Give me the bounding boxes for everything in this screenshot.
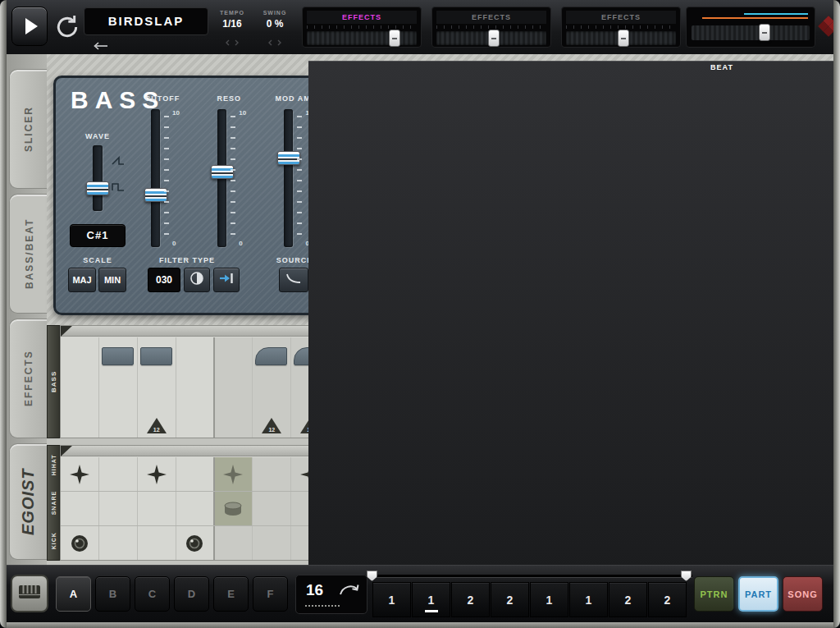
- master-volume-slider[interactable]: [692, 25, 810, 40]
- kick-step-cell-2[interactable]: [99, 526, 138, 560]
- kick-step-cell-6[interactable]: [253, 526, 291, 560]
- slider-track[interactable]: [284, 109, 293, 247]
- channel-volume-slider-bass[interactable]: [436, 31, 546, 45]
- ptrn-mode-button[interactable]: PTRN: [694, 576, 734, 612]
- row-label-snare: SNARE: [48, 484, 59, 521]
- scale-min-button[interactable]: MIN: [98, 268, 126, 292]
- channel-tab-beat[interactable]: BEAT: [308, 61, 840, 571]
- slot-button-d[interactable]: D: [174, 576, 209, 612]
- loop-start-handle[interactable]: [367, 571, 377, 581]
- wave-slider[interactable]: [93, 145, 103, 211]
- pattern-cell-2[interactable]: 1: [412, 582, 450, 617]
- song-mode-button[interactable]: SONG: [783, 576, 823, 612]
- slider-track[interactable]: [151, 109, 160, 247]
- drum-row-labels: HIHATSNAREKICK: [48, 446, 59, 560]
- bass-step-cell-5[interactable]: [215, 337, 253, 438]
- pattern-cell-6[interactable]: 1: [569, 582, 608, 617]
- pattern-cell-7[interactable]: 2: [609, 582, 647, 617]
- right-frame-edge: [833, 0, 840, 628]
- slot-button-b[interactable]: B: [95, 576, 130, 612]
- square-wave-icon: [112, 180, 125, 195]
- filter-shape-button[interactable]: [184, 268, 210, 292]
- tab-bass-beat[interactable]: BASS/BEAT: [9, 194, 49, 314]
- hihat-step-cell-5[interactable]: [215, 457, 253, 491]
- bass-step-cell-4[interactable]: [176, 337, 215, 438]
- row-label-kick: KICK: [48, 522, 59, 560]
- slider-handle[interactable]: [618, 30, 629, 47]
- channel-strip-bass: BASSEFFECTS: [431, 7, 551, 48]
- swing-value[interactable]: 0 %: [254, 18, 295, 30]
- bass-note[interactable]: [140, 347, 172, 365]
- kick-step-cell-5[interactable]: [215, 526, 253, 560]
- tempo-value[interactable]: 1/16: [212, 18, 253, 30]
- slider-handle[interactable]: [389, 30, 400, 47]
- preset-display[interactable]: BIRDSLAP: [84, 7, 208, 35]
- bass-note[interactable]: [102, 347, 134, 365]
- channel-volume-slider-slicer[interactable]: [307, 31, 417, 45]
- bass-note[interactable]: [255, 347, 287, 365]
- slider-handle[interactable]: [488, 30, 500, 47]
- hihat-step-cell-3[interactable]: [138, 457, 176, 491]
- bass-step-cell-3[interactable]: 12: [138, 337, 176, 438]
- part-mode-button[interactable]: PART: [738, 576, 778, 612]
- sync-loop-icon[interactable]: [54, 14, 80, 40]
- key-display[interactable]: C#1: [70, 224, 126, 247]
- preset-back-arrow-icon[interactable]: [94, 39, 108, 53]
- bass-step-cell-1[interactable]: [61, 337, 99, 438]
- pattern-cell-8[interactable]: 2: [648, 582, 687, 617]
- tempo-step-arrows-icon[interactable]: [212, 34, 253, 49]
- hihat-step-cell-2[interactable]: [99, 457, 138, 491]
- slot-button-c[interactable]: C: [135, 576, 170, 612]
- filter-type-value[interactable]: 030: [148, 268, 180, 292]
- channel-tab-slicer-effects[interactable]: EFFECTS: [307, 11, 417, 24]
- wave-slider-handle[interactable]: [86, 181, 109, 195]
- pattern-cell-4[interactable]: 2: [491, 582, 529, 617]
- kick-step-cell-1[interactable]: [61, 526, 99, 560]
- channel-volume-slider-beat[interactable]: [566, 31, 676, 45]
- channel-strips: SLICEREFFECTSBASSEFFECTSBEATEFFECTS: [302, 7, 681, 48]
- slider-scale-max: 10: [172, 109, 180, 117]
- channel-tab-bass-effects[interactable]: EFFECTS: [436, 11, 546, 24]
- play-button[interactable]: [11, 7, 48, 46]
- kick-step-cell-3[interactable]: [138, 526, 176, 560]
- tab-slicer[interactable]: SLICER: [9, 69, 47, 189]
- slot-button-e[interactable]: E: [213, 576, 249, 612]
- slot-button-a[interactable]: A: [56, 576, 91, 612]
- mod-source-curve-button[interactable]: [279, 268, 308, 292]
- tab-effects[interactable]: EFFECTS: [9, 319, 47, 438]
- keyboard-button[interactable]: [11, 575, 48, 612]
- hihat-step-cell-1[interactable]: [61, 457, 99, 491]
- slot-button-f[interactable]: F: [253, 576, 288, 612]
- ruler-start-marker-icon: [61, 446, 72, 456]
- slider-track[interactable]: [217, 109, 226, 247]
- bass-step-cell-6[interactable]: 12: [253, 337, 291, 438]
- snare-step-cell-3[interactable]: [138, 492, 176, 525]
- hihat-step-cell-6[interactable]: [253, 457, 291, 491]
- slider-tick-marks: [566, 25, 676, 29]
- top-bar: BIRDSLAP TEMPO 1/16 SWING 0 % SLICEREFFE…: [7, 0, 833, 54]
- pattern-cell-5[interactable]: 1: [530, 582, 568, 617]
- pattern-cell-1[interactable]: 1: [372, 582, 411, 617]
- pattern-length-display[interactable]: 16: [295, 575, 368, 614]
- kick-step-cell-4[interactable]: [176, 526, 215, 560]
- loop-end-handle[interactable]: [681, 571, 692, 581]
- hihat-step-cell-4[interactable]: [176, 457, 215, 491]
- snare-step-cell-2[interactable]: [99, 492, 138, 525]
- bass-step-cell-2[interactable]: [99, 337, 138, 438]
- length-value: 16: [306, 581, 323, 599]
- pattern-cell-3[interactable]: 2: [451, 582, 490, 617]
- filter-type-label: FILTER TYPE: [138, 256, 236, 264]
- row-label-hihat: HIHAT: [48, 446, 59, 484]
- swing-step-arrows-icon[interactable]: [254, 34, 295, 49]
- waveform-icons: [112, 154, 125, 195]
- filter-route-button[interactable]: [213, 268, 240, 292]
- snare-step-cell-1[interactable]: [61, 492, 99, 525]
- snare-step-cell-5[interactable]: [215, 492, 253, 525]
- snare-step-cell-6[interactable]: [253, 492, 291, 525]
- master-slider-handle[interactable]: [759, 24, 770, 41]
- channel-tab-beat-effects[interactable]: EFFECTS: [566, 11, 676, 24]
- bass-slider-cutoff: CUTOFF100: [133, 94, 192, 250]
- egoist-logo-tab[interactable]: EGOIST: [9, 443, 47, 560]
- scale-maj-button[interactable]: MAJ: [68, 268, 96, 292]
- snare-step-cell-4[interactable]: [176, 492, 215, 525]
